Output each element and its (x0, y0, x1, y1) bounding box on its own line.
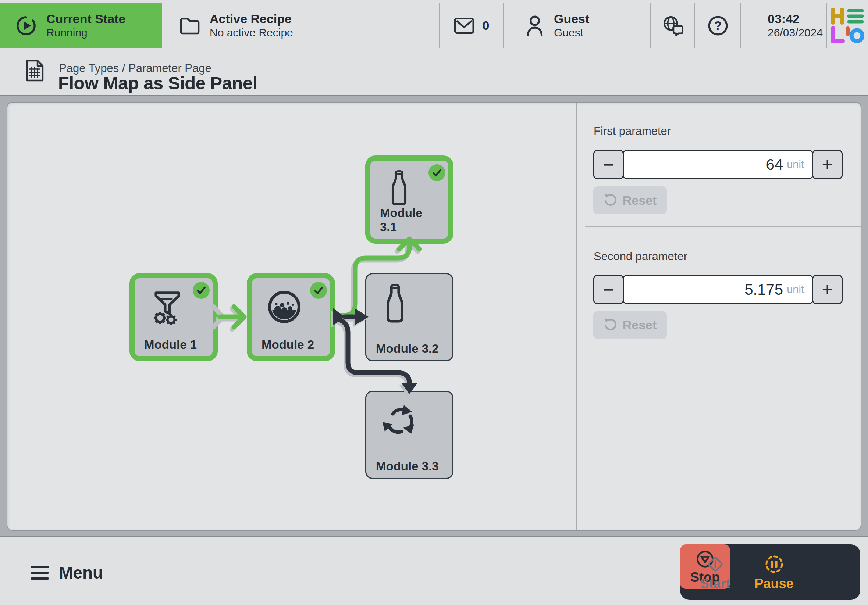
menu-button[interactable]: Menu (29, 559, 103, 586)
reset-button-1[interactable]: Reset (593, 186, 667, 214)
module-label: Module 1 (144, 338, 205, 352)
messages-button[interactable]: 0 (440, 3, 504, 48)
date-value: 26/03/2024 (767, 26, 823, 39)
module-label: Module 3.3 (376, 460, 445, 473)
help-icon: ? (707, 15, 728, 36)
clock: 03:42 26/03/2024 (741, 3, 827, 48)
funnel-gears-icon (148, 288, 186, 326)
reset-button-2[interactable]: Reset (593, 311, 667, 339)
section-divider (585, 226, 861, 227)
envelope-icon (454, 17, 474, 34)
play-circle-icon (16, 15, 37, 36)
start-label: Start (700, 577, 730, 590)
check-badge (428, 164, 445, 181)
parameter-value-field[interactable]: 5.175 unit (623, 275, 813, 304)
module-node-3-3[interactable]: Module 3.3 (365, 391, 454, 479)
wash-drum-icon (265, 288, 304, 326)
parameter-stepper-1: − 64 unit + (593, 150, 843, 179)
time-value: 03:42 (767, 12, 823, 26)
active-recipe-label: Active Recipe (210, 12, 293, 26)
parameter-label-1: First parameter (594, 125, 671, 138)
current-state-tile[interactable]: Current State Running (0, 3, 162, 48)
current-state-value: Running (46, 26, 126, 39)
module-node-3-2[interactable]: Module 3.2 (365, 273, 454, 361)
increment-button[interactable]: + (812, 150, 843, 179)
brand-logo (827, 3, 868, 48)
rotate-ccw-icon (603, 318, 617, 332)
decrement-button[interactable]: − (593, 150, 624, 179)
module-label: Module 3.1 (380, 206, 441, 234)
recycle-icon (380, 401, 420, 438)
panel-divider (576, 102, 577, 530)
current-state-label: Current State (46, 12, 126, 26)
globe-chat-icon (661, 15, 684, 36)
module-node-2[interactable]: Module 2 (247, 273, 335, 361)
hamburger-icon (29, 564, 50, 582)
menu-label: Menu (59, 563, 103, 583)
parameter-label-2: Second parameter (594, 250, 687, 263)
parameter-stepper-2: − 5.175 unit + (593, 275, 843, 304)
module-label: Module 2 (262, 338, 322, 352)
pause-label: Pause (754, 577, 794, 590)
decrement-button[interactable]: − (593, 275, 624, 304)
bottle-icon (390, 170, 408, 206)
parameter-value-field[interactable]: 64 unit (623, 150, 813, 179)
machine-controls: Start Pause Stop (680, 545, 860, 600)
module-label: Module 3.2 (376, 342, 445, 356)
user-name: Guest (554, 12, 589, 26)
reset-label: Reset (623, 193, 657, 208)
helio-logo-icon (831, 8, 864, 44)
parameter-value: 5.175 (744, 281, 783, 299)
page-type-icon (24, 59, 45, 84)
check-badge (193, 282, 210, 299)
folder-icon (180, 17, 200, 34)
page-title: Flow Map as Side Panel (58, 73, 257, 93)
svg-text:?: ? (714, 19, 721, 32)
help-button[interactable]: ? (695, 3, 741, 48)
rotate-ccw-icon (603, 193, 617, 207)
reset-label: Reset (623, 318, 657, 332)
pause-icon (764, 554, 784, 574)
increment-button[interactable]: + (812, 275, 843, 304)
bottle-icon (386, 284, 404, 323)
module-node-1[interactable]: Module 1 (129, 273, 218, 361)
parameter-unit: unit (787, 158, 804, 170)
active-recipe-value: No active Recipe (210, 26, 293, 39)
module-node-3-1[interactable]: Module 3.1 (365, 155, 454, 244)
user-role: Guest (554, 26, 589, 39)
active-recipe-tile[interactable]: Active Recipe No active Recipe (162, 3, 440, 48)
pause-button[interactable]: Pause (744, 545, 804, 600)
parameter-value: 64 (766, 156, 783, 173)
user-button[interactable]: Guest Guest (504, 3, 651, 48)
user-icon (525, 15, 544, 36)
start-icon (705, 554, 725, 574)
start-button[interactable]: Start (687, 545, 744, 600)
messages-count: 0 (482, 19, 490, 33)
language-button[interactable] (651, 3, 695, 48)
check-badge (310, 282, 327, 299)
parameter-unit: unit (787, 283, 804, 296)
